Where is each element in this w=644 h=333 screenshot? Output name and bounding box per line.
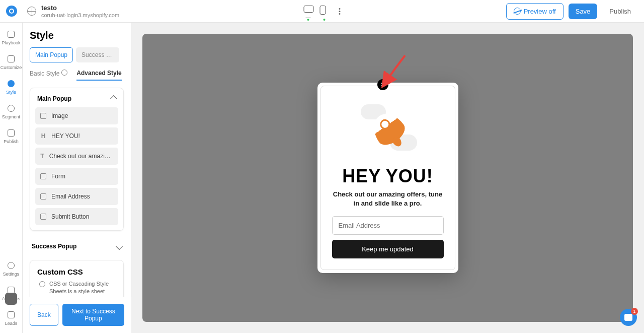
device-mobile-button[interactable]: [320, 6, 329, 17]
chevron-up-icon: [110, 95, 117, 102]
main-popup-header[interactable]: Main Popup: [35, 93, 118, 107]
preview-button[interactable]: Preview off: [506, 3, 564, 20]
canvas-area: ✕ HEY YOU! Check out our amazing offers,…: [131, 23, 644, 333]
tab-advanced-style[interactable]: Advanced Style: [76, 70, 121, 81]
pointer-arrow: [380, 53, 410, 89]
globe-icon: [27, 7, 36, 16]
site-title: testo: [41, 4, 119, 12]
item-email[interactable]: Email Address: [35, 188, 118, 205]
nav-leads[interactable]: Leads: [0, 310, 22, 326]
more-menu-icon[interactable]: [339, 8, 341, 15]
form-icon: [40, 173, 46, 179]
t-icon: T: [40, 153, 44, 160]
popup-subtext: Check out our amazing offers, tune in an…: [332, 190, 444, 208]
chevron-down-icon: [116, 243, 123, 250]
pill-main-popup[interactable]: Main Popup: [30, 47, 73, 62]
site-info: testo coruh-uat-login3.myshopify.com: [41, 4, 119, 18]
popup-preview: ✕ HEY YOU! Check out our amazing offers,…: [317, 83, 458, 273]
bag-icon[interactable]: [5, 293, 17, 305]
device-desktop-button[interactable]: [304, 6, 313, 17]
main-popup-card: Main Popup Image HHEY YOU! TCheck out ou…: [30, 88, 124, 231]
item-text[interactable]: TCheck out our amazing offers, tune...: [35, 148, 118, 165]
image-icon: [40, 113, 46, 119]
h-icon: H: [40, 132, 46, 140]
popup-heading: HEY YOU!: [342, 166, 433, 187]
nav-playbook[interactable]: Playbook: [0, 30, 22, 45]
nav-segment[interactable]: Segment: [0, 104, 22, 119]
chat-icon: [624, 314, 632, 321]
item-form[interactable]: Form: [35, 168, 118, 185]
item-submit[interactable]: Submit Button: [35, 208, 118, 225]
next-button[interactable]: Next to Success Popup: [62, 304, 124, 326]
chat-badge: 1: [631, 308, 638, 315]
button-icon: [40, 214, 46, 220]
nav-publish[interactable]: Publish: [0, 128, 22, 144]
item-image[interactable]: Image: [35, 107, 118, 124]
email-input[interactable]: [332, 216, 444, 235]
save-button[interactable]: Save: [569, 4, 598, 19]
submit-button[interactable]: Keep me updated: [332, 240, 444, 258]
nav-customize[interactable]: Customize: [0, 54, 22, 70]
info-icon: [39, 281, 45, 287]
pill-success-popup[interactable]: Success Po...: [76, 47, 119, 62]
css-title: Custom CSS: [37, 268, 116, 276]
panel-title: Style: [30, 30, 124, 41]
preview-backdrop: ✕ HEY YOU! Check out our amazing offers,…: [142, 34, 633, 322]
device-switcher: [304, 6, 341, 17]
success-popup-row[interactable]: Success Popup: [30, 238, 124, 255]
rocket-image: [358, 100, 418, 156]
style-panel: Style Main Popup Success Po... Basic Sty…: [23, 23, 131, 333]
tab-basic-style[interactable]: Basic Style: [30, 70, 67, 81]
info-icon: [61, 70, 67, 76]
app-logo[interactable]: [6, 6, 17, 17]
sidenav: Playbook Customize Style Segment Publish…: [0, 23, 23, 333]
topbar: testo coruh-uat-login3.myshopify.com Pre…: [0, 0, 644, 23]
back-button[interactable]: Back: [30, 304, 58, 326]
item-heading[interactable]: HHEY YOU!: [35, 127, 118, 145]
preview-label: Preview off: [524, 8, 556, 15]
nav-settings[interactable]: Settings: [0, 261, 22, 277]
email-icon: [40, 193, 46, 199]
chat-widget[interactable]: 1: [620, 309, 637, 326]
eye-off-icon: [514, 8, 521, 15]
site-domain: coruh-uat-login3.myshopify.com: [41, 12, 119, 18]
panel-footer: Back Next to Success Popup: [23, 297, 131, 333]
publish-button[interactable]: Publish: [602, 4, 638, 19]
nav-style[interactable]: Style: [0, 79, 22, 95]
